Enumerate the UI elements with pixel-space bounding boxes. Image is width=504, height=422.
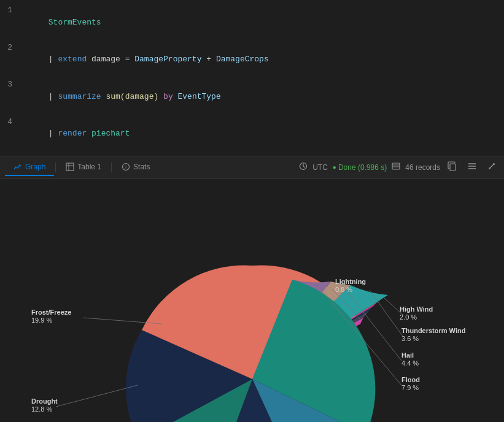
svg-rect-0 [66, 163, 74, 171]
line-number-2: 2 [0, 42, 20, 54]
svg-text:i: i [125, 165, 126, 169]
results-toolbar: Graph Table 1 i Stats UTC Done (0.986 s) [0, 156, 504, 178]
label-flood-pct: 7.9 % [401, 384, 419, 391]
label-frost-freeze-pct: 19.9 % [31, 316, 52, 324]
code-line-4: 4 | render piechart [0, 115, 504, 153]
token-pipe-1: | [48, 55, 58, 64]
token-pipe-2: | [48, 92, 58, 101]
token-table: StormEvents [48, 18, 101, 27]
pie-chart-svg: .pie-label-text { font-family: Segoe UI,… [22, 198, 483, 423]
code-editor: 1 StormEvents 2 | extend damage = Damage… [0, 0, 504, 156]
code-line-1: 1 StormEvents [0, 4, 504, 41]
copy-icon[interactable] [445, 160, 460, 174]
line-number-1: 1 [0, 4, 20, 17]
graph-icon [14, 163, 22, 171]
code-content-1: StormEvents [20, 4, 101, 40]
tab-table[interactable]: Table 1 [57, 159, 110, 176]
label-frost-freeze: Frost/Freeze [31, 309, 71, 316]
label-hail-pct: 4.4 % [401, 359, 419, 367]
timezone-icon [299, 162, 308, 172]
token-pipe-3: | [48, 129, 58, 138]
token-piechart: piechart [87, 129, 130, 138]
stats-icon: i [122, 163, 130, 171]
tab-graph[interactable]: Graph [5, 159, 54, 176]
label-high-wind-pct: 2.0 % [400, 313, 417, 321]
records-icon [392, 162, 400, 172]
tab-separator-1 [55, 163, 56, 172]
token-plus: + [201, 55, 215, 64]
tab-stats[interactable]: i Stats [113, 159, 158, 176]
toolbar-right: UTC Done (0.986 s) 46 records [299, 160, 499, 174]
table-icon [66, 163, 74, 171]
label-drought-pct: 12.8 % [31, 405, 52, 413]
token-extend: extend [58, 55, 87, 64]
pie-chart-container: .pie-label-text { font-family: Segoe UI,… [22, 198, 483, 423]
token-space-2 [158, 92, 163, 101]
token-damagecrops: DamageCrops [216, 55, 269, 64]
label-lightning: Lightning [335, 278, 366, 285]
code-line-3: 3 | summarize sum(damage) by EventType [0, 78, 504, 115]
token-sum: sum(damage) [106, 92, 158, 101]
status-done: Done (0.986 s) [333, 163, 387, 172]
label-high-wind: High Wind [400, 305, 433, 313]
token-render: render [58, 129, 87, 138]
records-label: 46 records [405, 163, 440, 172]
line-number-3: 3 [0, 79, 20, 91]
svg-line-7 [303, 166, 305, 167]
line-number-4: 4 [0, 116, 20, 128]
menu-icon[interactable] [465, 160, 479, 174]
code-line-2: 2 | extend damage = DamageProperty + Dam… [0, 41, 504, 79]
label-hail: Hail [401, 351, 414, 359]
svg-rect-8 [392, 163, 400, 169]
svg-rect-11 [450, 164, 456, 171]
token-assign-1: damage = [87, 55, 134, 64]
tab-stats-label: Stats [133, 163, 150, 171]
connector-drought [56, 385, 138, 407]
label-flood: Flood [401, 376, 420, 383]
token-damageproperty: DamageProperty [134, 55, 201, 64]
tab-graph-label: Graph [25, 163, 45, 171]
chart-area: .pie-label-text { font-family: Segoe UI,… [0, 178, 504, 422]
code-content-3: | summarize sum(damage) by EventType [20, 79, 221, 115]
token-summarize: summarize [58, 92, 101, 101]
label-drought: Drought [31, 397, 58, 405]
connector-thunderstorm-wind [370, 290, 403, 336]
tab-separator-2 [111, 163, 112, 172]
timezone-label: UTC [312, 163, 328, 172]
token-eventtype: EventType [173, 92, 221, 101]
expand-icon[interactable] [484, 160, 499, 174]
main-content: .pie-label-text { font-family: Segoe UI,… [0, 178, 504, 422]
code-content-2: | extend damage = DamageProperty + Damag… [20, 42, 269, 78]
code-content-4: | render piechart [20, 116, 130, 152]
token-by: by [163, 92, 173, 101]
tab-table-label: Table 1 [77, 163, 101, 171]
label-thunderstorm-wind: Thunderstorm Wind [401, 327, 465, 334]
label-thunderstorm-wind-pct: 3.6 % [401, 335, 419, 342]
